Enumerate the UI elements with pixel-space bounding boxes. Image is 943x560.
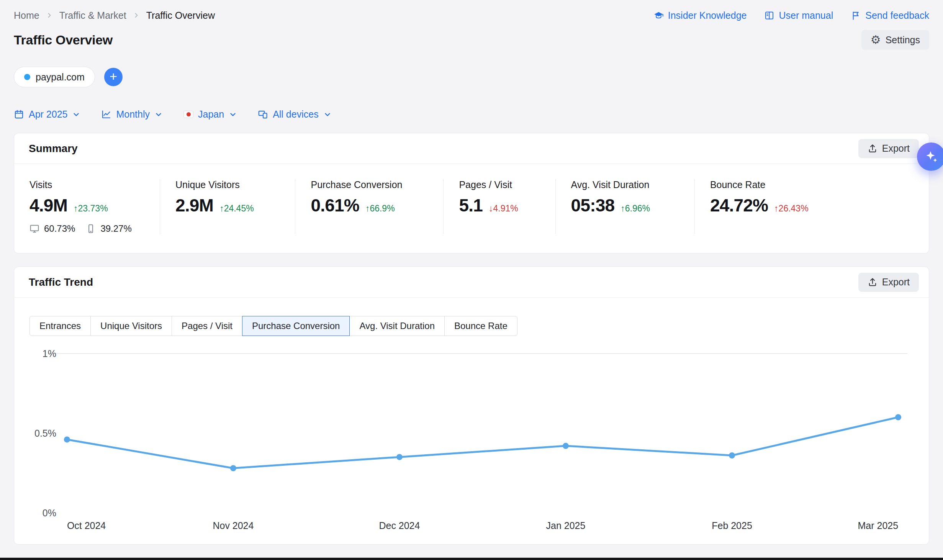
svg-text:Mar 2025: Mar 2025: [858, 520, 898, 531]
tab-entrances[interactable]: Entrances: [29, 316, 91, 336]
sparkles-icon: [924, 149, 938, 164]
tab-avg-visit-duration[interactable]: Avg. Visit Duration: [349, 316, 445, 336]
breadcrumb-current: Traffic Overview: [146, 10, 215, 21]
svg-text:0.5%: 0.5%: [34, 428, 56, 439]
flag-icon: [851, 10, 861, 21]
date-filter[interactable]: Apr 2025: [14, 109, 80, 120]
tab-pages-per-visit[interactable]: Pages / Visit: [172, 316, 242, 336]
send-feedback-link[interactable]: Send feedback: [851, 10, 929, 21]
metric-bounce-rate: Bounce Rate 24.72% ↑26.43%: [694, 179, 929, 234]
breadcrumb-home[interactable]: Home: [14, 10, 39, 21]
line-chart-icon: [101, 109, 111, 120]
summary-export-button[interactable]: Export: [858, 139, 919, 158]
purchase-conversion-value: 0.61%: [311, 195, 359, 216]
traffic-overview-page: Home Traffic & Market Traffic Overview I…: [0, 0, 943, 545]
mobile-share: 39.27%: [100, 223, 131, 234]
summary-title: Summary: [29, 142, 78, 155]
chevron-down-icon: [154, 110, 163, 119]
svg-text:Dec 2024: Dec 2024: [379, 520, 420, 531]
visits-change: ↑23.73%: [74, 203, 108, 214]
chevron-down-icon: [323, 110, 332, 119]
svg-text:Oct 2024: Oct 2024: [67, 520, 106, 531]
summary-metrics: Visits 4.9M ↑23.73% 60.73% 39.27%: [14, 164, 929, 253]
filters-row: Apr 2025 Monthly Japan All: [14, 109, 929, 120]
bounce-rate-value: 24.72%: [710, 195, 768, 216]
add-competitor-button[interactable]: +: [104, 68, 123, 86]
devices-icon: [258, 109, 268, 120]
desktop-share: 60.73%: [44, 223, 75, 234]
mobile-icon: [86, 224, 96, 234]
target-domain-label: paypal.com: [36, 72, 85, 83]
graduation-cap-icon: [653, 10, 664, 21]
target-domain-chip[interactable]: paypal.com: [14, 67, 95, 87]
svg-text:0%: 0%: [43, 508, 56, 518]
metric-avg-visit-duration: Avg. Visit Duration 05:38 ↑6.96%: [555, 179, 694, 234]
export-icon: [868, 277, 878, 287]
desktop-icon: [29, 224, 39, 234]
summary-card-header: Summary Export: [14, 133, 929, 164]
japan-flag-icon: [183, 111, 193, 118]
device-split: 60.73% 39.27%: [29, 223, 149, 234]
settings-button[interactable]: ⚙ Settings: [861, 30, 929, 50]
chevron-down-icon: [229, 110, 237, 119]
trend-chart-area: 0%0.5%1%Oct 2024Nov 2024Dec 2024Jan 2025…: [14, 336, 929, 544]
metric-visits: Visits 4.9M ↑23.73% 60.73% 39.27%: [14, 179, 160, 234]
svg-text:1%: 1%: [43, 348, 56, 359]
summary-card: Summary Export Visits 4.9M ↑23.73%: [14, 133, 929, 254]
visits-value: 4.9M: [29, 195, 67, 216]
devices-filter[interactable]: All devices: [258, 109, 332, 120]
granularity-filter[interactable]: Monthly: [101, 109, 163, 120]
svg-text:Nov 2024: Nov 2024: [213, 520, 254, 531]
svg-text:Jan 2025: Jan 2025: [546, 520, 586, 531]
bounce-rate-change: ↑26.43%: [774, 203, 809, 214]
chevron-down-icon: [72, 110, 80, 119]
breadcrumb: Home Traffic & Market Traffic Overview: [14, 10, 215, 21]
top-links: Insider Knowledge User manual Send feedb…: [653, 10, 929, 21]
metric-pages-per-visit: Pages / Visit 5.1 ↓4.91%: [443, 179, 555, 234]
trend-chart: 0%0.5%1%Oct 2024Nov 2024Dec 2024Jan 2025…: [14, 342, 929, 541]
book-icon: [764, 10, 774, 21]
title-row: Traffic Overview ⚙ Settings: [14, 30, 929, 50]
purchase-conversion-change: ↑66.9%: [365, 203, 395, 214]
tab-bounce-rate[interactable]: Bounce Rate: [444, 316, 517, 336]
gear-icon: ⚙: [871, 34, 881, 46]
traffic-trend-card: Traffic Trend Export Entrances Unique Vi…: [14, 267, 929, 545]
chevron-right-icon: [46, 11, 53, 19]
tab-unique-visitors[interactable]: Unique Visitors: [90, 316, 172, 336]
unique-visitors-value: 2.9M: [175, 195, 213, 216]
chevron-right-icon: [133, 11, 140, 19]
screen-bottom-edge: [0, 558, 943, 560]
traffic-trend-title: Traffic Trend: [29, 276, 93, 288]
user-manual-link[interactable]: User manual: [764, 10, 833, 21]
avg-visit-duration-change: ↑6.96%: [620, 203, 650, 214]
pages-per-visit-change: ↓4.91%: [489, 203, 518, 214]
targets-row: paypal.com +: [14, 67, 929, 87]
avg-visit-duration-value: 05:38: [571, 195, 615, 216]
trend-metric-tabs: Entrances Unique Visitors Pages / Visit …: [14, 298, 929, 336]
breadcrumb-traffic-market[interactable]: Traffic & Market: [59, 10, 126, 21]
metric-purchase-conversion: Purchase Conversion 0.61% ↑66.9%: [295, 179, 443, 234]
page-title: Traffic Overview: [14, 33, 113, 47]
pages-per-visit-value: 5.1: [459, 195, 483, 216]
trend-export-button[interactable]: Export: [858, 273, 919, 292]
ai-assistant-button[interactable]: [917, 142, 943, 171]
unique-visitors-change: ↑24.45%: [219, 203, 254, 214]
metric-unique-visitors: Unique Visitors 2.9M ↑24.45%: [160, 179, 295, 234]
calendar-icon: [14, 109, 24, 120]
top-bar: Home Traffic & Market Traffic Overview I…: [14, 8, 929, 23]
region-filter[interactable]: Japan: [183, 109, 237, 120]
insider-knowledge-link[interactable]: Insider Knowledge: [653, 10, 747, 21]
svg-text:Feb 2025: Feb 2025: [712, 520, 752, 531]
tab-purchase-conversion[interactable]: Purchase Conversion: [242, 316, 350, 336]
target-color-dot: [24, 74, 30, 80]
export-icon: [868, 144, 878, 154]
traffic-trend-header: Traffic Trend Export: [14, 267, 929, 298]
